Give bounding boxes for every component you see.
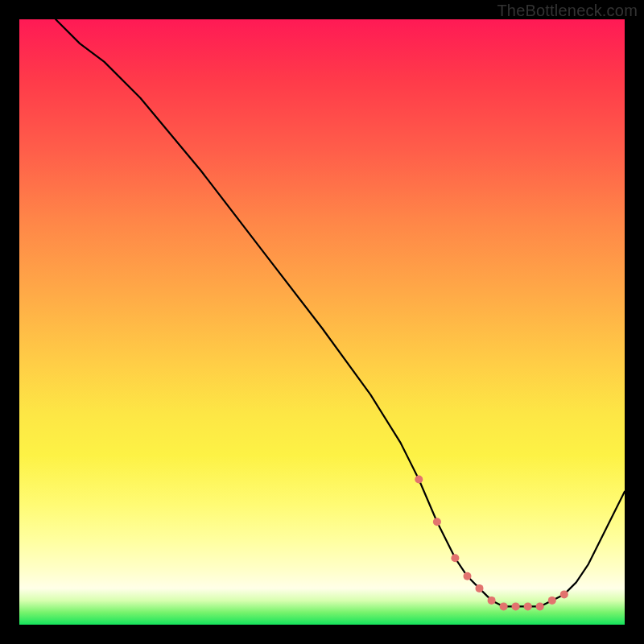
marker-dot [548, 597, 556, 605]
marker-dot [488, 597, 496, 605]
chart-container: TheBottleneck.com [0, 0, 644, 644]
marker-dot [451, 554, 459, 562]
marker-dot [524, 602, 532, 610]
plot-area [19, 19, 625, 625]
marker-dot [536, 602, 544, 610]
marker-dots-group [415, 476, 568, 611]
marker-dot [476, 584, 484, 592]
chart-svg [19, 19, 625, 625]
curve-line [56, 19, 625, 606]
watermark-label: TheBottleneck.com [497, 2, 638, 20]
marker-dot [560, 590, 568, 598]
marker-dot [512, 602, 520, 610]
marker-dot [500, 602, 508, 610]
marker-dot [464, 572, 472, 580]
marker-dot [415, 476, 423, 484]
marker-dot [433, 518, 441, 526]
